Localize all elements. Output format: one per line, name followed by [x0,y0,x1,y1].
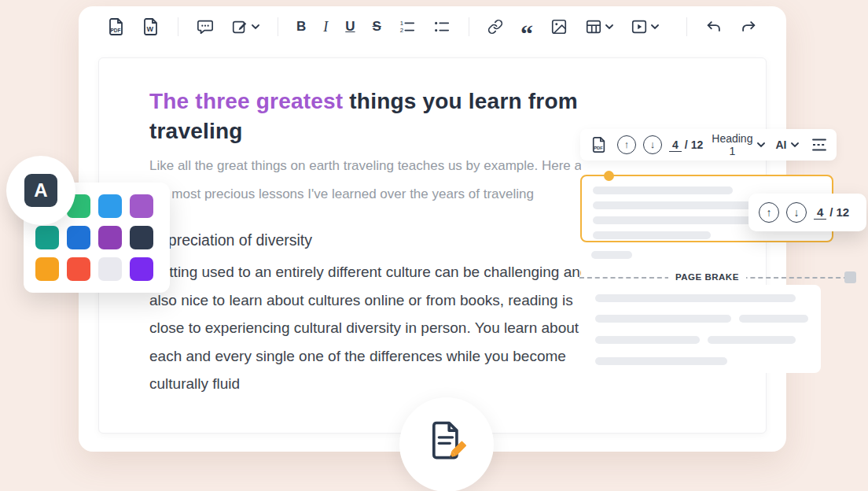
page-break-handle[interactable] [844,271,856,283]
color-swatch[interactable] [98,226,122,249]
pdf-file-icon: PDF [591,136,607,153]
heading-style-label: Heading 1 [712,132,752,157]
doc-body-line: also nice to learn about cultures online… [149,286,581,315]
toolbar-divider [686,17,687,36]
image-icon [550,18,568,35]
link-button[interactable] [484,16,506,38]
doc-body-line: Getting used to an entirely different cu… [149,258,581,286]
font-color-badge[interactable]: A [6,156,75,225]
page-break-divider[interactable]: PAGE BRAKE [579,268,856,287]
compose-icon [231,18,248,35]
skeleton-line [593,186,733,194]
font-color-icon: A [24,174,57,207]
svg-text:PDF: PDF [594,146,603,150]
video-icon [631,18,648,35]
color-swatch[interactable] [130,194,153,218]
move-block-down-button[interactable]: ↓ [643,135,662,154]
chevron-down-icon [605,24,613,30]
export-word-button[interactable]: W [139,14,163,39]
bullet-list-button[interactable] [430,15,454,39]
doc-title: The three greatest things you learn from… [149,87,581,146]
move-block-up-button[interactable]: ↑ [617,135,636,154]
redo-button[interactable] [737,15,760,39]
page-separator: / [685,138,688,151]
insert-video-button[interactable] [627,15,662,39]
skeleton-line [595,357,727,365]
insert-table-button[interactable] [582,15,616,39]
italic-button[interactable]: I [320,15,331,39]
page-break-button[interactable] [807,133,831,157]
doc-intro: Like all the great things on earth trave… [149,152,581,209]
undo-button[interactable] [702,15,726,39]
strikethrough-label: S [373,18,381,35]
skeleton-line [593,231,711,239]
toolbar-divider [469,17,469,36]
doc-section-heading: Appreciation of diversity [149,228,581,252]
block-pdf-button[interactable]: PDF [588,133,610,157]
svg-text:1: 1 [400,20,403,27]
color-swatch[interactable] [35,257,59,281]
link-icon [487,19,503,35]
underline-button[interactable]: U [342,15,358,39]
page-separator: / [829,205,833,219]
page-current[interactable]: 4 [814,205,826,220]
skeleton-line [595,294,796,302]
page-break-label: PAGE BRAKE [668,269,746,285]
heading-style-select[interactable]: Heading 1 [710,131,767,159]
export-pdf-button[interactable]: PDF [105,14,128,39]
strikethrough-button[interactable]: S [370,15,384,39]
annotate-button[interactable] [228,15,263,39]
doc-intro-line: the most precious lessons I've learned o… [149,180,581,209]
font-badge-letter: A [34,179,47,201]
skeleton-line [708,336,796,344]
underline-label: U [345,18,355,35]
toolbar-divider [178,17,178,36]
ordered-list-button[interactable]: 12 [395,15,419,39]
comment-button[interactable] [193,15,217,39]
page-current[interactable]: 4 [669,138,682,152]
doc-paragraph: Getting used to an entirely different cu… [149,258,581,398]
color-swatch[interactable] [67,226,90,249]
chevron-down-icon [252,24,259,30]
skeleton-line [595,336,700,344]
toolbar-divider [278,17,278,36]
color-swatch[interactable] [130,257,153,281]
doc-title-highlight: The three greatest [149,89,343,113]
document-content: The three greatest things you learn from… [149,87,581,398]
bold-button[interactable]: B [293,15,309,39]
nav-page-down-button[interactable]: ↓ [786,202,807,223]
table-icon [585,18,602,35]
insert-image-button[interactable] [547,15,571,39]
arrow-up-icon: ↑ [767,206,772,219]
document-page[interactable]: The three greatest things you learn from… [98,57,767,434]
color-swatch[interactable] [98,194,122,218]
color-swatch[interactable] [67,257,90,281]
color-swatch[interactable] [130,226,153,249]
ai-menu-button[interactable]: AI [774,137,800,153]
ordered-list-icon: 12 [399,18,416,35]
chevron-down-icon [651,24,659,30]
word-file-icon: W [142,17,160,36]
block-handle-dot[interactable] [604,171,614,181]
nav-page-up-button[interactable]: ↑ [759,202,779,223]
page-indicator[interactable]: 4 / 12 [814,205,849,220]
skeleton-line [739,315,808,323]
blockquote-button[interactable]: “ [517,20,536,34]
document-pencil-icon [425,418,469,462]
main-toolbar: PDF W [79,6,786,47]
page-total: 12 [837,205,850,219]
svg-text:2: 2 [400,27,403,34]
bullet-list-icon [433,18,451,35]
app-background: PDF W [0,0,868,491]
color-swatch[interactable] [35,226,59,249]
color-swatch[interactable] [98,257,122,281]
skeleton-line [595,315,731,323]
page-indicator[interactable]: 4 / 12 [669,138,703,152]
doc-body-line: close to experiencing cultural diversity… [149,314,581,342]
page-total: 12 [691,138,704,151]
arrow-down-icon: ↓ [650,138,656,150]
chevron-down-icon [757,142,765,148]
svg-text:PDF: PDF [111,28,121,33]
italic-label: I [323,18,328,35]
undo-icon [705,18,723,35]
